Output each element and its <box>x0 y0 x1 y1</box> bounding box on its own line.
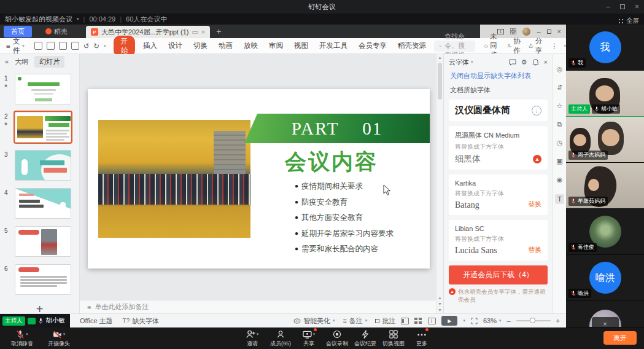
font-card[interactable]: Libian SC 将替换成下方字体 Lucida Sans 替换 <box>449 220 548 261</box>
prev-slide-icon[interactable]: ▲ <box>438 296 442 300</box>
tab-home[interactable]: 首页 <box>4 26 32 37</box>
tab-docer[interactable]: 稻壳 <box>36 25 77 38</box>
more-button[interactable]: 更多 <box>408 329 436 348</box>
switch-view-button[interactable]: 切换视图 <box>379 329 408 348</box>
slide-thumbnail-1[interactable] <box>15 74 71 104</box>
ribbon-tab-view[interactable]: 视图 <box>289 41 314 50</box>
fit-window-icon[interactable] <box>471 318 478 324</box>
adjust-tool-icon[interactable]: ⇵ <box>557 84 562 92</box>
participant-tile-host[interactable]: 主持人 胡小敏 <box>566 71 644 117</box>
ribbon-tab-review[interactable]: 审阅 <box>263 41 289 50</box>
export-icon[interactable] <box>47 42 55 50</box>
cloud-font-tool-icon[interactable]: T <box>555 194 564 204</box>
slide-sorter-view-icon[interactable] <box>414 318 422 324</box>
chevron-down-icon[interactable]: ▾ <box>257 332 259 337</box>
participant-tile[interactable]: 周子杰妈妈 <box>566 117 644 163</box>
chevron-down-icon[interactable]: ▾ <box>77 17 79 22</box>
next-slide-icon[interactable]: ▼ <box>438 302 442 306</box>
participant-tile-me[interactable]: 我 我 <box>566 25 644 71</box>
slide-thumbnail-6[interactable] <box>15 264 71 295</box>
scroll-up-icon[interactable]: ▲ <box>438 55 442 60</box>
fullscreen-button[interactable]: 全屏 <box>618 17 639 25</box>
chevron-down-icon[interactable]: ▾ <box>471 60 473 65</box>
font-card[interactable]: 思源黑体 CN Medium 将替换成下方字体 细黑体 ▲ <box>449 126 548 170</box>
chevron-down-icon[interactable]: ▾ <box>104 44 106 49</box>
invite-button[interactable]: ▾ 邀请 <box>238 329 266 348</box>
share-button[interactable]: 分享 <box>529 37 545 55</box>
tab-slides[interactable]: 幻灯片 <box>34 56 64 68</box>
normal-view-icon[interactable] <box>401 318 409 324</box>
notification-bell-icon[interactable] <box>532 58 539 66</box>
chevron-down-icon[interactable]: ▾ <box>463 318 465 323</box>
beautify-tool-icon[interactable]: ☆ <box>557 102 563 110</box>
chevron-down-icon[interactable]: ▾ <box>313 332 316 337</box>
history-tool-icon[interactable]: ◷ <box>557 139 563 147</box>
slide-thumbnail-2-active[interactable] <box>15 112 71 143</box>
zoom-slider-knob[interactable] <box>530 318 535 323</box>
command-search-input[interactable]: 查找命令、搜索模板 <box>434 41 475 52</box>
zoom-in-button[interactable]: + <box>556 317 560 324</box>
ribbon-tab-docer-res[interactable]: 稻壳资源 <box>392 41 432 50</box>
tab-document[interactable]: P 大邑中学2024届...开学ppt (1) ▭ × <box>86 26 210 38</box>
slide-thumbnail-4[interactable] <box>15 188 71 219</box>
chevron-down-icon[interactable]: ▾ <box>63 332 66 337</box>
zoom-slider[interactable] <box>516 320 551 321</box>
close-panel-icon[interactable]: × <box>544 58 548 66</box>
download-after-membership-button[interactable]: 开通会员后下载（4） <box>449 265 548 284</box>
skin-tool-icon[interactable]: ◎ <box>557 65 563 73</box>
font-card[interactable]: 汉仪圆叠体简 ↓ <box>449 100 548 121</box>
participant-tile[interactable]: 牟馨茹妈妈 <box>566 163 644 209</box>
ribbon-tab-animation[interactable]: 动画 <box>213 41 238 50</box>
collaborate-button[interactable]: 协作 <box>507 37 523 55</box>
unmute-button[interactable]: ▾ 取消静音 <box>5 329 39 348</box>
ribbon-tab-insert[interactable]: 插入 <box>138 41 163 50</box>
zoom-out-button[interactable]: – <box>506 317 510 324</box>
new-tab-button[interactable]: + <box>216 26 221 36</box>
record-button[interactable]: 会议录制 <box>323 329 351 348</box>
close-button[interactable]: × <box>635 2 639 11</box>
layers-tool-icon[interactable]: ⧉ <box>557 120 562 128</box>
scrollbar-thumb[interactable] <box>438 63 442 100</box>
current-slide[interactable]: PART 01 会议内容 ●疫情期间相关要求 ●防疫安全教育 ●其他方面安全教育… <box>88 89 430 269</box>
ribbon-tab-member[interactable]: 会员专享 <box>353 41 392 50</box>
slide-canvas[interactable]: PART 01 会议内容 ●疫情期间相关要求 ●防疫安全教育 ●其他方面安全教育… <box>80 54 436 300</box>
maximize-button[interactable] <box>620 4 625 9</box>
comments-button[interactable]: 批注 <box>375 316 395 326</box>
tab-close-icon[interactable]: × <box>201 28 205 36</box>
participant-tile[interactable]: 蒋佳俊 <box>566 209 644 255</box>
ribbon-tab-slideshow[interactable]: 放映 <box>238 41 263 50</box>
save-icon[interactable] <box>34 42 42 50</box>
tab-outline[interactable]: 大纲 <box>15 57 28 66</box>
file-menu[interactable]: ≡ 文件 ▾ <box>0 37 29 55</box>
ribbon-tab-start[interactable]: 开始 <box>114 36 136 57</box>
slideshow-play-button[interactable]: ▶ <box>441 316 457 326</box>
scroll-down-icon[interactable]: ▼ <box>438 308 442 312</box>
collapse-panel-button[interactable]: « <box>5 58 9 65</box>
redo-icon[interactable]: ↻ <box>93 42 99 50</box>
notes-toggle-button[interactable]: ≡ 备注 ▾ <box>343 316 367 326</box>
share-screen-button[interactable]: ▾ 共享 <box>295 329 323 348</box>
ribbon-tab-transition[interactable]: 切换 <box>188 41 213 50</box>
location-tool-icon[interactable]: ◉ <box>557 176 563 184</box>
minutes-button[interactable]: 会议纪要 <box>351 329 379 348</box>
more-menu-icon[interactable]: ⋮ <box>551 42 558 50</box>
ribbon-tab-devtools[interactable]: 开发工具 <box>314 41 353 50</box>
print-icon[interactable] <box>59 42 67 50</box>
ribbon-tab-design[interactable]: 设计 <box>163 41 188 50</box>
leave-meeting-button[interactable]: 离开 <box>603 331 637 345</box>
minimize-button[interactable]: – <box>606 2 610 11</box>
font-card[interactable]: Kartika 将替换成下方字体 Batang 替换 <box>449 174 548 215</box>
notes-bar[interactable]: ≡ 单击此处添加备注 <box>80 300 436 313</box>
settings-gear-icon[interactable]: ⚙ <box>521 58 527 66</box>
feedback-chat-icon[interactable] <box>509 59 516 66</box>
undo-icon[interactable]: ↺ <box>83 42 90 50</box>
smart-beautify-button[interactable]: 智能美化 ▾ <box>293 316 335 326</box>
preview-icon[interactable] <box>71 42 79 50</box>
zoom-level[interactable]: 63% ▾ <box>483 317 502 324</box>
missing-fonts-button[interactable]: T? 缺失字体 <box>123 316 160 326</box>
replace-link[interactable]: 替换 <box>528 245 541 254</box>
replace-link[interactable]: 替换 <box>528 200 541 209</box>
theme-indicator[interactable]: Office 主题 <box>80 316 113 326</box>
canvas-scrollbar[interactable]: ▲ ▲ ▼ ▼ <box>436 54 443 313</box>
participant-tile[interactable]: 喻洪 喻洪 <box>566 255 644 301</box>
